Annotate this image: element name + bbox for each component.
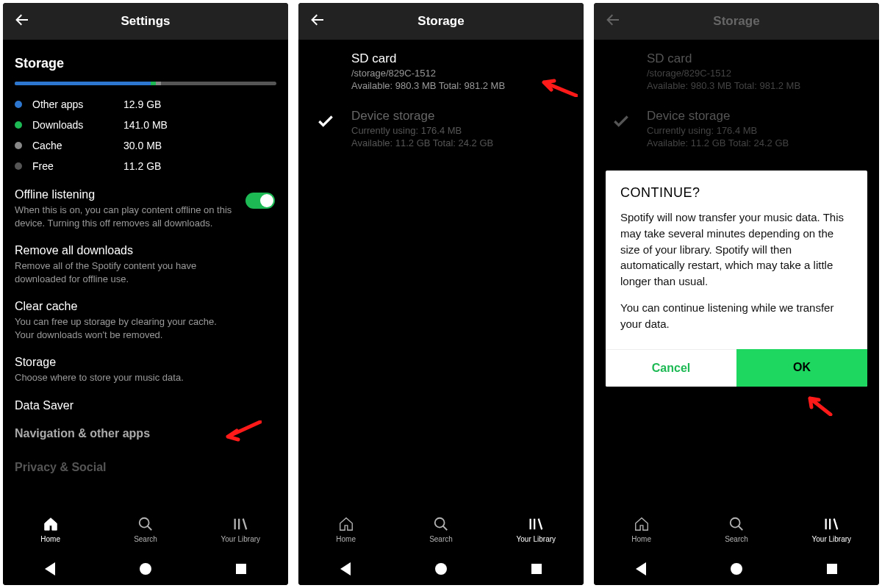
- confirm-dialog: CONTINUE? Spotify will now transfer your…: [606, 171, 867, 387]
- legend-other-apps: Other apps 12.9 GB: [15, 98, 276, 110]
- nav-recent-icon[interactable]: [236, 564, 246, 574]
- cancel-button[interactable]: Cancel: [606, 349, 736, 387]
- nav-home-icon[interactable]: [435, 563, 447, 575]
- nav-back-icon[interactable]: [340, 562, 351, 576]
- topbar: Settings: [3, 3, 288, 40]
- tab-search[interactable]: Search: [98, 506, 193, 553]
- legend-cache: Cache 30.0 MB: [15, 140, 276, 151]
- page-title: Storage: [594, 14, 879, 29]
- tab-search[interactable]: Search: [689, 506, 784, 553]
- storage-sd-card: SD card /storage/829C-1512 Available: 98…: [606, 44, 867, 101]
- dot-icon: [15, 121, 22, 129]
- nav-back-icon[interactable]: [45, 562, 55, 576]
- tab-home[interactable]: Home: [298, 506, 393, 553]
- radio-unselected-icon: [310, 51, 341, 91]
- system-nav: [3, 553, 288, 585]
- dialog-buttons: Cancel OK: [606, 349, 867, 387]
- setting-remove-downloads[interactable]: Remove all downloads Remove all of the S…: [15, 244, 276, 285]
- storage-sd-card[interactable]: SD card /storage/829C-1512 Available: 98…: [310, 44, 572, 101]
- back-arrow-icon: [604, 11, 625, 32]
- topbar: Storage: [594, 3, 879, 40]
- phone-settings: Settings Storage Other apps 12.9 GB Down…: [3, 3, 288, 585]
- back-arrow-icon[interactable]: [13, 11, 34, 32]
- dot-icon: [15, 162, 22, 170]
- ok-button[interactable]: OK: [736, 349, 867, 387]
- section-navigation-apps: Navigation & other apps: [15, 427, 276, 440]
- tab-library[interactable]: Your Library: [784, 506, 879, 553]
- check-icon: [310, 109, 341, 148]
- legend-free: Free 11.2 GB: [15, 160, 276, 172]
- nav-home-icon[interactable]: [140, 563, 151, 575]
- dot-icon: [15, 142, 22, 149]
- back-arrow-icon[interactable]: [309, 11, 329, 32]
- dialog-body: Spotify will now transfer your music dat…: [606, 209, 867, 349]
- bottom-tabs: Home Search Your Library: [298, 506, 584, 553]
- storage-heading: Storage: [15, 56, 276, 71]
- check-icon: [606, 109, 637, 148]
- system-nav: [594, 553, 879, 585]
- nav-recent-icon[interactable]: [827, 564, 837, 574]
- tab-library[interactable]: Your Library: [489, 506, 584, 553]
- topbar: Storage: [298, 3, 584, 40]
- legend-downloads: Downloads 141.0 MB: [15, 119, 276, 131]
- svg-point-1: [435, 517, 445, 527]
- svg-point-0: [140, 517, 149, 527]
- svg-point-2: [731, 517, 740, 527]
- phone-storage-picker: Storage SD card /storage/829C-1512 Avail…: [298, 3, 584, 585]
- setting-offline-listening[interactable]: Offline listening When this is on, you c…: [15, 188, 276, 229]
- storage-device: Device storage Currently using: 176.4 MB…: [606, 101, 867, 159]
- page-title: Settings: [3, 14, 288, 29]
- nav-back-icon[interactable]: [636, 562, 646, 576]
- nav-home-icon[interactable]: [731, 563, 742, 575]
- setting-clear-cache[interactable]: Clear cache You can free up storage by c…: [15, 300, 276, 341]
- tab-home[interactable]: Home: [594, 506, 689, 553]
- page-title: Storage: [298, 14, 584, 29]
- offline-toggle[interactable]: [245, 193, 275, 209]
- bottom-tabs: Home Search Your Library: [3, 506, 288, 553]
- storage-bar: [15, 82, 276, 85]
- bottom-tabs: Home Search Your Library: [594, 506, 879, 553]
- phone-confirm-dialog: Storage SD card /storage/829C-1512 Avail…: [594, 3, 879, 585]
- tab-home[interactable]: Home: [3, 506, 98, 553]
- dot-icon: [15, 101, 22, 108]
- storage-picker-content: SD card /storage/829C-1512 Available: 98…: [298, 40, 584, 506]
- settings-content: Storage Other apps 12.9 GB Downloads 141…: [3, 40, 288, 506]
- section-privacy: Privacy & Social: [15, 461, 276, 474]
- nav-recent-icon[interactable]: [531, 564, 542, 574]
- setting-data-saver[interactable]: Data Saver: [15, 399, 276, 412]
- storage-device[interactable]: Device storage Currently using: 176.4 MB…: [310, 101, 572, 159]
- system-nav: [298, 553, 584, 585]
- dialog-title: CONTINUE?: [606, 171, 867, 209]
- tab-library[interactable]: Your Library: [193, 506, 288, 553]
- setting-storage-location[interactable]: Storage Choose where to store your music…: [15, 356, 276, 384]
- storage-legend: Other apps 12.9 GB Downloads 141.0 MB Ca…: [15, 98, 276, 172]
- tab-search[interactable]: Search: [393, 506, 488, 553]
